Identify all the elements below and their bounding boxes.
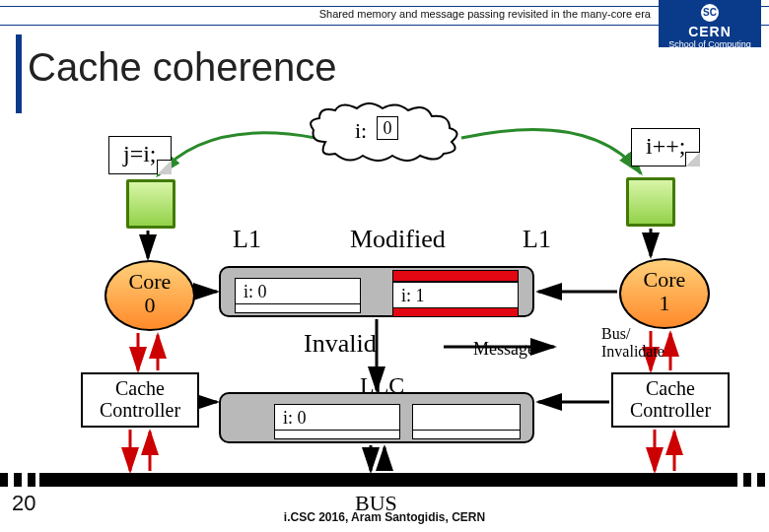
- cache-controller-left: Cache Controller: [81, 372, 199, 428]
- core-0-line2: 0: [145, 293, 156, 317]
- logo-ball-icon: SC: [701, 4, 719, 22]
- title-accent-bar: [16, 34, 22, 113]
- l1-cell-left: i: 0: [235, 278, 361, 305]
- l1-cell-right-red-top: [392, 270, 519, 282]
- logo-org: CERN: [688, 24, 732, 39]
- core-1-line1: Core: [644, 267, 686, 292]
- code-note-right: i++;: [631, 128, 700, 166]
- core-0: Core 0: [105, 260, 195, 331]
- l1-label-right: L1: [523, 225, 551, 254]
- cc-left-l1: Cache: [115, 377, 165, 399]
- llc-cell-empty: [274, 430, 400, 439]
- cc-right-l2: Controller: [630, 399, 711, 421]
- cpu-icon-left: [126, 179, 175, 229]
- llc-cell: i: 0: [274, 404, 400, 432]
- logo-line: School of Computing: [668, 39, 751, 49]
- l1-label-left: L1: [233, 225, 261, 254]
- core-0-line1: Core: [129, 269, 172, 294]
- bus-dash-left: [0, 473, 39, 487]
- header-topic: Shared memory and message passing revisi…: [319, 8, 651, 20]
- shared-var-value: 0: [377, 116, 398, 140]
- state-invalid: Invalid: [304, 329, 377, 359]
- message-label: Message: [473, 339, 535, 360]
- bus-label: BUS: [355, 491, 397, 516]
- l1-cell-left-empty: [235, 303, 361, 313]
- slide-title: Cache coherence: [28, 45, 337, 90]
- state-modified: Modified: [350, 225, 446, 254]
- code-note-left: j=i;: [108, 136, 172, 174]
- llc-cell2: [412, 404, 521, 432]
- bus-bar: [39, 473, 734, 487]
- core-1: Core 1: [619, 258, 710, 329]
- l1-cell-right: i: 1: [392, 282, 519, 309]
- cc-right-l1: Cache: [646, 377, 695, 399]
- llc-cell2-empty: [412, 430, 521, 439]
- bus-invalidate-label: Bus/ Invalidate: [601, 325, 664, 361]
- cpu-icon-right: [626, 177, 675, 227]
- cc-left-l2: Controller: [100, 399, 180, 421]
- l1-cell-right-red-bot: [392, 307, 519, 317]
- bus-dash-right: [730, 473, 769, 487]
- cache-controller-right: Cache Controller: [611, 372, 730, 428]
- bus-inv-l1: Bus/: [601, 325, 630, 342]
- shared-var-label: i:: [355, 118, 367, 144]
- bus-inv-l2: Invalidate: [601, 343, 664, 360]
- core-1-line2: 1: [660, 291, 670, 315]
- logo-block: SC CERN School of Computing: [659, 0, 761, 47]
